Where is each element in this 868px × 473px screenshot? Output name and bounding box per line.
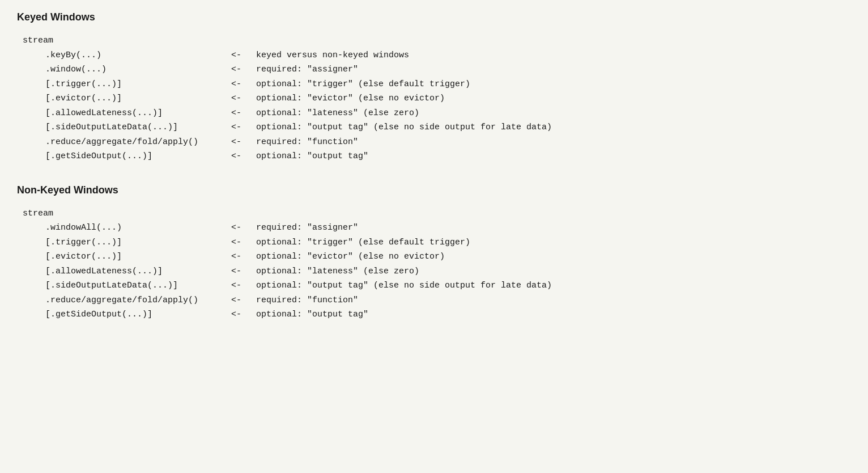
nk-arrow-side-output-late: <-: [231, 278, 241, 293]
non-keyed-windows-code: stream .windowAll(...) <- required: "ass…: [17, 206, 851, 322]
non-keyed-windows-section: Non-Keyed Windows stream .windowAll(...)…: [17, 184, 851, 322]
code-line-get-side-output: [.getSideOutput(...)] <- optional: "outp…: [23, 149, 851, 164]
code-method-trigger: [.trigger(...)]: [45, 77, 227, 92]
comment-reduce: required: "function": [246, 135, 358, 150]
nk-code-method-reduce: .reduce/aggregate/fold/apply(): [45, 293, 227, 308]
keyed-windows-section: Keyed Windows stream .keyBy(...) <- keye…: [17, 11, 851, 164]
code-method-evictor: [.evictor(...)]: [45, 91, 227, 106]
code-method-keyby: .keyBy(...): [45, 48, 227, 63]
nk-code-method-get-side-output: [.getSideOutput(...)]: [45, 307, 227, 322]
nk-code-line-allowed-lateness: [.allowedLateness(...)] <- optional: "la…: [23, 264, 851, 279]
nk-comment-evictor: optional: "evictor" (else no evictor): [246, 250, 445, 264]
nk-arrow-reduce: <-: [231, 293, 241, 308]
nk-code-method-trigger: [.trigger(...)]: [45, 235, 227, 250]
nk-code-method-evictor: [.evictor(...)]: [45, 250, 227, 264]
comment-window: required: "assigner": [246, 62, 358, 77]
nk-comment-trigger: optional: "trigger" (else default trigge…: [246, 235, 470, 250]
comment-allowed-lateness: optional: "lateness" (else zero): [246, 106, 419, 121]
code-line-keyby: .keyBy(...) <- keyed versus non-keyed wi…: [23, 48, 851, 63]
code-method-window: .window(...): [45, 62, 227, 77]
code-line-trigger: [.trigger(...)] <- optional: "trigger" (…: [23, 77, 851, 92]
keyed-windows-title: Keyed Windows: [17, 11, 851, 23]
arrow-window: <-: [231, 62, 241, 77]
nk-code-method-allowed-lateness: [.allowedLateness(...)]: [45, 264, 227, 279]
stream-label-keyed: stream: [23, 33, 851, 48]
nk-code-line-get-side-output: [.getSideOutput(...)] <- optional: "outp…: [23, 307, 851, 322]
nk-arrow-get-side-output: <-: [231, 307, 241, 322]
code-method-side-output-late: [.sideOutputLateData(...)]: [45, 120, 227, 135]
nk-code-line-trigger: [.trigger(...)] <- optional: "trigger" (…: [23, 235, 851, 250]
nk-code-method-window-all: .windowAll(...): [45, 221, 227, 235]
stream-keyword-non-keyed: stream: [23, 206, 53, 221]
non-keyed-windows-title: Non-Keyed Windows: [17, 184, 851, 196]
arrow-trigger: <-: [231, 77, 241, 92]
code-line-evictor: [.evictor(...)] <- optional: "evictor" (…: [23, 91, 851, 106]
nk-comment-allowed-lateness: optional: "lateness" (else zero): [246, 264, 419, 279]
nk-arrow-allowed-lateness: <-: [231, 264, 241, 279]
code-line-reduce: .reduce/aggregate/fold/apply() <- requir…: [23, 135, 851, 150]
comment-keyby: keyed versus non-keyed windows: [246, 48, 409, 63]
code-method-get-side-output: [.getSideOutput(...)]: [45, 149, 227, 164]
code-line-side-output-late: [.sideOutputLateData(...)] <- optional: …: [23, 120, 851, 135]
arrow-get-side-output: <-: [231, 149, 241, 164]
nk-code-method-side-output-late: [.sideOutputLateData(...)]: [45, 278, 227, 293]
nk-arrow-window-all: <-: [231, 221, 241, 235]
comment-trigger: optional: "trigger" (else default trigge…: [246, 77, 470, 92]
arrow-keyby: <-: [231, 48, 241, 63]
arrow-allowed-lateness: <-: [231, 106, 241, 121]
nk-code-line-side-output-late: [.sideOutputLateData(...)] <- optional: …: [23, 278, 851, 293]
nk-comment-reduce: required: "function": [246, 293, 358, 308]
arrow-reduce: <-: [231, 135, 241, 150]
nk-arrow-trigger: <-: [231, 235, 241, 250]
comment-evictor: optional: "evictor" (else no evictor): [246, 91, 445, 106]
code-line-allowed-lateness: [.allowedLateness(...)] <- optional: "la…: [23, 106, 851, 121]
nk-comment-get-side-output: optional: "output tag": [246, 307, 368, 322]
nk-comment-window-all: required: "assigner": [246, 221, 358, 235]
code-method-allowed-lateness: [.allowedLateness(...)]: [45, 106, 227, 121]
arrow-evictor: <-: [231, 91, 241, 106]
nk-comment-side-output-late: optional: "output tag" (else no side out…: [246, 278, 552, 293]
code-line-window: .window(...) <- required: "assigner": [23, 62, 851, 77]
nk-code-line-window-all: .windowAll(...) <- required: "assigner": [23, 221, 851, 235]
nk-arrow-evictor: <-: [231, 250, 241, 264]
keyed-windows-code: stream .keyBy(...) <- keyed versus non-k…: [17, 33, 851, 164]
code-method-reduce: .reduce/aggregate/fold/apply(): [45, 135, 227, 150]
nk-code-line-evictor: [.evictor(...)] <- optional: "evictor" (…: [23, 250, 851, 264]
comment-side-output-late: optional: "output tag" (else no side out…: [246, 120, 552, 135]
stream-label-non-keyed: stream: [23, 206, 851, 221]
stream-keyword-keyed: stream: [23, 33, 53, 48]
nk-code-line-reduce: .reduce/aggregate/fold/apply() <- requir…: [23, 293, 851, 308]
comment-get-side-output: optional: "output tag": [246, 149, 368, 164]
arrow-side-output-late: <-: [231, 120, 241, 135]
